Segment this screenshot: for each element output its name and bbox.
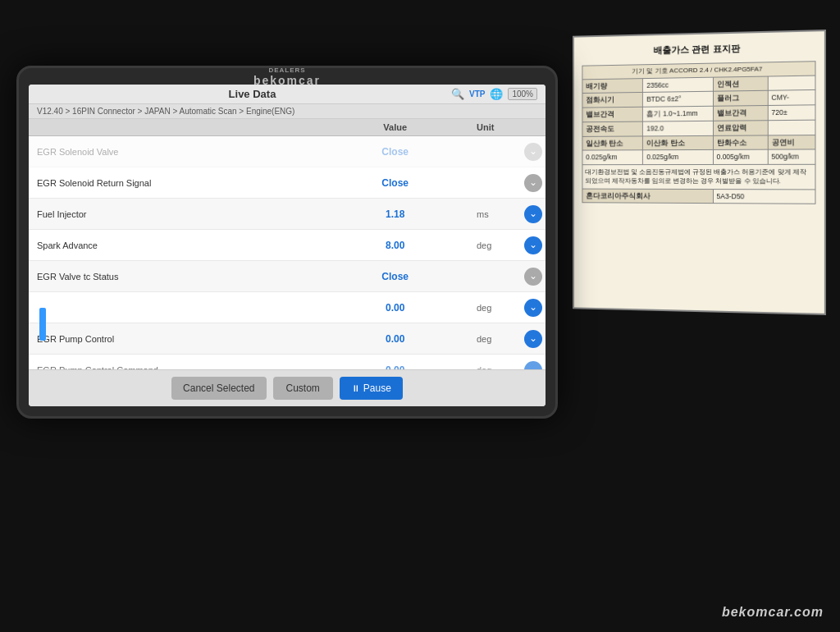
row-value: 8.00 <box>318 235 472 256</box>
header-title: Live Data <box>53 88 451 100</box>
col-header-unit: Unit <box>472 119 521 135</box>
table-row: EGR Solenoid Return Signal Close <box>29 167 546 199</box>
korean-document: 배출가스 관련 표지판 기기 및 기호 ACCORD 2.4 / CHK2.4P… <box>573 30 826 315</box>
row-name: Spark Advance <box>29 236 318 255</box>
header-bar: Live Data 🔍 VTP 🌐 100% <box>29 85 546 104</box>
korean-doc-table: 기기 및 기호 ACCORD 2.4 / CHK2.4PG5FA7 배기량 23… <box>582 61 815 204</box>
row-value: 1.18 <box>318 204 472 225</box>
row-action <box>521 330 546 348</box>
row-name: EGR Solenoid Valve <box>29 142 318 162</box>
row-action <box>521 205 546 223</box>
row-unit: ms <box>472 204 521 224</box>
watermark-text: bekomcar.com <box>722 605 824 620</box>
vtp-label: VTP <box>469 89 485 98</box>
row-unit: deg <box>472 298 521 318</box>
expand-icon[interactable] <box>524 268 542 286</box>
row-action <box>521 174 546 192</box>
korean-doc-title: 배출가스 관련 표지판 <box>582 40 815 59</box>
row-value: Close <box>318 141 472 163</box>
table-row: EGR Valve tc Status Close <box>29 261 546 292</box>
row-value: 0.00 <box>318 297 472 318</box>
table-header-row: Value Unit <box>29 119 546 136</box>
device-screen: Live Data 🔍 VTP 🌐 100% V12.40 > 16PIN Co… <box>29 85 546 406</box>
table-row: EGR Solenoid Valve Close <box>29 136 546 167</box>
breadcrumb: V12.40 > 16PIN Connector > JAPAN > Autom… <box>29 104 546 119</box>
row-name: EGR Pump Control <box>29 329 318 349</box>
row-unit: deg <box>472 329 521 349</box>
expand-icon[interactable] <box>524 236 542 254</box>
row-name: EGR Valve tc Status <box>29 267 318 286</box>
expand-icon[interactable] <box>524 330 542 348</box>
row-value: 0.00 <box>318 328 472 350</box>
row-value: Close <box>318 172 472 194</box>
cancel-selected-button[interactable]: Cancel Selected <box>171 377 266 400</box>
battery-indicator: 100% <box>508 88 537 100</box>
row-action <box>521 143 546 161</box>
col-header-value: Value <box>318 119 472 135</box>
expand-icon[interactable] <box>524 174 542 192</box>
pause-button[interactable]: Pause <box>340 377 403 400</box>
row-unit <box>472 178 521 188</box>
custom-button[interactable]: Custom <box>273 377 333 400</box>
expand-icon[interactable] <box>524 299 542 317</box>
bezel-sub-label: DEALERS <box>253 66 321 74</box>
table-row: 0.00 deg <box>29 292 546 323</box>
row-value: Close <box>318 266 472 287</box>
row-unit: deg <box>472 236 521 255</box>
expand-icon[interactable] <box>524 205 542 223</box>
row-name: EGR Solenoid Return Signal <box>29 173 318 193</box>
left-indicator-strip <box>39 308 46 341</box>
table-row: EGR Pump Control 0.00 deg <box>29 323 546 355</box>
bottom-toolbar: Cancel Selected Custom Pause <box>29 369 546 406</box>
device-bezel: DEALERS bekomcar Live Data 🔍 VTP 🌐 100% … <box>16 66 558 419</box>
table-row: Fuel Injector 1.18 ms <box>29 199 546 230</box>
row-action <box>521 268 546 286</box>
col-header-action <box>521 119 546 135</box>
row-unit <box>472 147 521 157</box>
globe-icon[interactable]: 🌐 <box>490 88 503 100</box>
row-name: Fuel Injector <box>29 204 318 224</box>
header-icons: 🔍 VTP 🌐 100% <box>451 88 537 100</box>
table-row: Spark Advance 8.00 deg <box>29 230 546 261</box>
search-icon[interactable]: 🔍 <box>451 88 464 100</box>
expand-icon[interactable] <box>524 143 542 161</box>
row-name <box>29 303 318 313</box>
data-table: Value Unit EGR Solenoid Valve Close EGR … <box>29 119 546 386</box>
row-action <box>521 236 546 254</box>
row-action <box>521 299 546 317</box>
col-header-name <box>29 119 318 135</box>
row-unit <box>472 272 521 282</box>
